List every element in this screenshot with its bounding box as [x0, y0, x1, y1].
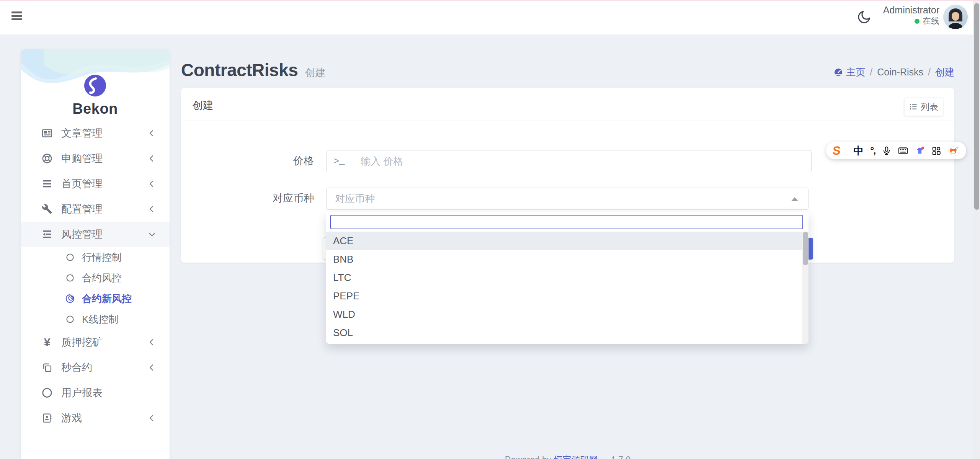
powered-by-text: Powered by: [505, 455, 551, 459]
ime-assistant-fox-icon[interactable]: [947, 144, 960, 157]
dropdown-option[interactable]: WLD: [326, 305, 808, 323]
sidebar-item-label: 文章管理: [61, 126, 103, 140]
coin-label: 对应币种: [181, 188, 314, 209]
user-status: 在线: [869, 16, 939, 26]
brand-logo-icon: [84, 75, 106, 96]
breadcrumb: 主页 / Coin-Risks / 创建: [834, 66, 954, 78]
outdent-icon: [41, 228, 54, 241]
dropdown-scrollbar-thumb[interactable]: [803, 232, 808, 265]
sidebar-item-label: 用户报表: [61, 386, 103, 400]
hamburger-menu-icon[interactable]: [11, 11, 22, 21]
brand-name: Bekon: [21, 101, 170, 117]
spinner-spiral-icon: [65, 294, 75, 304]
coin-select-placeholder: 对应币种: [335, 188, 375, 209]
breadcrumb-home-link[interactable]: 主页: [834, 66, 865, 78]
caret-up-icon: [791, 197, 798, 201]
sidebar-item-label: 秒合约: [61, 361, 92, 374]
microphone-icon[interactable]: [882, 144, 892, 157]
footer-powered-by: Powered by 恒宝源码网 1.7.0: [181, 454, 954, 459]
dropdown-option[interactable]: ACE: [326, 232, 808, 250]
sidebar-item-label: 首页管理: [61, 177, 103, 191]
ime-punctuation-icon[interactable]: °,: [870, 144, 875, 157]
topbar: Administrator 在线: [0, 0, 980, 35]
card-header: 创建 列表: [181, 88, 954, 121]
circle-icon: [65, 252, 75, 262]
chevron-left-icon: [147, 129, 157, 138]
sidebar-subitem-contract-new-risk[interactable]: 合约新风控: [21, 288, 170, 309]
sidebar-item-risk-management[interactable]: 风控管理: [21, 222, 170, 247]
progress-line: [0, 0, 980, 1]
life-ring-icon: [41, 152, 54, 165]
terminal-prompt-icon: >_: [327, 150, 352, 172]
dropdown-option[interactable]: BNB: [326, 250, 808, 268]
dropdown-scrollbar[interactable]: [802, 232, 808, 344]
sidebar-subitem-kline-control[interactable]: K线控制: [21, 309, 170, 330]
sidebar-subitem-label: K线控制: [82, 313, 118, 326]
list-bullets-icon: [909, 103, 918, 111]
breadcrumb-section: Coin-Risks: [877, 67, 923, 78]
sidebar-subitem-label: 合约风控: [82, 271, 122, 285]
sidebar-subitem-label: 合约新风控: [82, 292, 132, 305]
circle-icon: [65, 314, 75, 324]
dropdown-option[interactable]: PEPE: [326, 287, 808, 305]
breadcrumb-separator: /: [870, 67, 872, 78]
user-status-label: 在线: [923, 16, 939, 26]
online-dot: [915, 19, 920, 24]
skin-theme-icon[interactable]: [915, 144, 925, 157]
apps-grid-icon[interactable]: [931, 144, 941, 157]
sidebar-subitem-contract-risk[interactable]: 合约风控: [21, 268, 170, 288]
sidebar-item-staking[interactable]: ¥ 质押挖矿: [21, 330, 170, 355]
page-subtitle: 创建: [305, 66, 325, 80]
price-input[interactable]: [352, 150, 811, 172]
powered-by-link[interactable]: 恒宝源码网: [554, 455, 598, 459]
price-input-group: >_: [326, 150, 812, 172]
list-icon: [41, 177, 54, 190]
sidebar-item-homepage[interactable]: 首页管理: [21, 171, 170, 196]
user-menu[interactable]: Administrator 在线: [869, 4, 939, 31]
sidebar: Bekon 文章管理 申购管理 首页管理: [21, 49, 170, 459]
chevron-left-icon: [147, 154, 157, 163]
ime-chinese-mode-icon[interactable]: 中: [854, 144, 864, 157]
copy-icon: [41, 361, 54, 374]
sogou-logo-icon[interactable]: S: [832, 144, 841, 157]
page-scrollbar-thumb[interactable]: [974, 3, 979, 210]
chevron-down-icon: [147, 230, 157, 239]
sidebar-menu: 文章管理 申购管理 首页管理: [21, 121, 170, 431]
dropdown-search-input[interactable]: [330, 215, 803, 229]
breadcrumb-home-label: 主页: [846, 66, 865, 78]
coin-select[interactable]: 对应币种: [326, 188, 808, 210]
sidebar-item-label: 配置管理: [61, 202, 103, 216]
breadcrumb-separator: /: [928, 67, 931, 78]
ime-toolbar: S 中 °,: [826, 142, 966, 159]
ime-divider: [847, 146, 847, 156]
sidebar-item-label: 风控管理: [61, 227, 103, 241]
dropdown-option[interactable]: LTC: [326, 268, 808, 287]
chevron-left-icon: [147, 338, 157, 347]
sidebar-subitem-market-control[interactable]: 行情控制: [21, 247, 170, 268]
list-button-label: 列表: [921, 101, 938, 113]
page-scrollbar[interactable]: [973, 0, 980, 459]
chevron-left-icon: [147, 413, 157, 423]
coin-dropdown-panel: ACE BNB LTC PEPE WLD SOL: [326, 212, 808, 344]
wrench-icon: [41, 203, 54, 216]
sidebar-item-config[interactable]: 配置管理: [21, 196, 170, 222]
circle-icon: [65, 273, 75, 283]
chevron-left-icon: [147, 204, 157, 214]
dropdown-option[interactable]: SOL: [326, 323, 808, 342]
sidebar-item-subscription[interactable]: 申购管理: [21, 146, 170, 171]
chevron-left-icon: [147, 179, 157, 188]
sidebar-item-label: 游戏: [61, 411, 82, 425]
user-name: Administrator: [869, 4, 939, 16]
avatar[interactable]: [943, 5, 968, 29]
newspaper-icon: [41, 127, 54, 140]
keyboard-icon[interactable]: [898, 144, 908, 157]
sidebar-item-articles[interactable]: 文章管理: [21, 121, 170, 146]
sidebar-item-label: 质押挖矿: [61, 335, 103, 349]
list-button[interactable]: 列表: [904, 98, 943, 116]
page-header: ContractRisks 创建: [181, 60, 325, 80]
sidebar-item-games[interactable]: 游戏: [21, 405, 170, 431]
sidebar-item-user-report[interactable]: 用户报表: [21, 380, 170, 405]
sidebar-subitem-label: 行情控制: [82, 251, 122, 264]
chevron-left-icon: [147, 363, 157, 372]
sidebar-item-second-contract[interactable]: 秒合约: [21, 355, 170, 380]
